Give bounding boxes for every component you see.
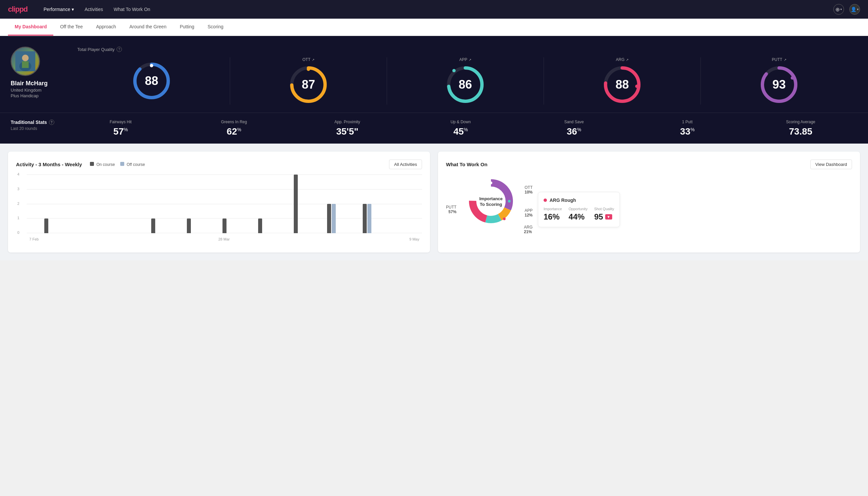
tab-approach[interactable]: Approach [89,19,123,36]
score-label-arg: ARG ↗ [616,57,629,62]
arg-dot-icon [543,199,547,202]
legend-on-course: On course [90,162,115,167]
stat-sand-save: Sand Save 36% [517,120,631,137]
chart-legend: On course Off course [90,162,145,167]
score-card-putt: PUTT ↗ 93 [701,57,857,105]
arrow-icon: ↗ [312,58,314,62]
svg-point-6 [150,64,153,67]
avatar [11,47,40,76]
bar-off-course [332,204,336,233]
tab-putting[interactable]: Putting [173,19,201,36]
score-cards: 88 OTT ↗ 87 [77,57,857,105]
bar-stack [136,218,170,233]
stats-bar: Traditional Stats ? Last 20 rounds Fairw… [0,113,868,143]
donut-label-ott: OTT 10% [525,185,533,195]
stat-value-sandsave: 36% [567,126,581,137]
shot-quality-badge: ▼ [605,214,612,219]
arg-metrics: Importance 16% Opportunity 44% Shot Qual… [543,207,614,221]
stats-items: Fairways Hit 57% Greens In Reg 62% App. … [64,120,857,137]
tab-off-the-tee[interactable]: Off the Tee [53,19,89,36]
score-value-overall: 88 [145,74,158,88]
activity-panel: Activity - 3 Months - Weekly On course O… [8,152,430,252]
donut-label-arg: ARG 21% [524,225,533,234]
bar-on-course [222,218,226,233]
score-card-arg: ARG ↗ 88 [544,57,701,105]
user-avatar[interactable]: 👤 ▾ [849,4,860,15]
bar-off-course [367,204,372,233]
stat-scoring-average: Scoring Average 73.85 [744,120,857,137]
activity-title: Activity - 3 Months - Weekly [16,161,82,167]
score-label-app: APP ↗ [459,57,471,62]
score-card-app: APP ↗ 86 [387,57,544,105]
bar-stack [314,204,348,233]
bar-stack [207,218,241,233]
player-handicap: Plus Handicap [11,93,38,98]
score-card-ott: OTT ↗ 87 [230,57,387,105]
logo[interactable]: clippd [8,5,28,14]
wtwo-panel-header: What To Work On View Dashboard [446,159,852,169]
x-labels: 7 Feb 28 Mar 9 May [27,237,422,241]
donut-container: Importance To Scoring [466,176,516,228]
nav-right: ⊕ ▾ 👤 ▾ [833,4,860,15]
bar-stack [243,218,277,233]
ring-app: 86 [445,65,485,105]
what-to-work-on-panel: What To Work On View Dashboard PUTT 57% [438,152,860,252]
bar-group [207,218,241,233]
plus-icon: ⊕ [835,6,840,13]
player-name: Blair McHarg [11,80,48,87]
donut-wrapper: PUTT 57% [446,174,533,245]
svg-point-12 [452,69,456,72]
svg-point-15 [635,84,638,88]
nav-what-to-work-on[interactable]: What To Work On [114,7,150,12]
stat-value-scoring: 73.85 [789,126,812,137]
nav-performance[interactable]: Performance ▾ [44,7,74,12]
arrow-icon-arg: ↗ [626,58,629,62]
bar-stack [100,233,134,233]
activity-header-left: Activity - 3 Months - Weekly On course O… [16,161,145,167]
scores-area: Total Player Quality ? 88 [77,47,857,105]
arg-importance: Importance 16% [543,207,562,221]
hero-section: Blair McHarg United Kingdom Plus Handica… [0,36,868,113]
all-activities-button[interactable]: All Activities [389,159,422,169]
bar-group [243,218,277,233]
tpq-label: Total Player Quality ? [77,47,857,52]
traditional-stats-label: Traditional Stats ? [11,120,64,125]
bar-stack [350,204,384,233]
stat-up-and-down: Up & Down 45% [404,120,517,137]
bar-group [314,204,348,233]
stat-value-oneputt: 33% [680,126,695,137]
bar-group [279,174,312,233]
bottom-panels: Activity - 3 Months - Weekly On course O… [0,143,868,261]
svg-point-23 [490,182,492,184]
score-label-ott: OTT ↗ [302,57,314,62]
user-icon: 👤 [851,7,856,12]
player-info: Blair McHarg United Kingdom Plus Handica… [11,47,77,98]
avatar-image [15,51,35,71]
stats-label-area: Traditional Stats ? Last 20 rounds [11,120,64,131]
arg-card: ARG Rough Importance 16% Opportunity 44%… [538,192,620,227]
help-icon[interactable]: ? [116,47,122,52]
arg-opportunity: Opportunity 44% [569,207,587,221]
activity-panel-header: Activity - 3 Months - Weekly On course O… [16,159,422,169]
add-button[interactable]: ⊕ ▾ [833,4,844,15]
tab-my-dashboard[interactable]: My Dashboard [8,19,53,36]
arrow-icon-putt: ↗ [784,58,786,62]
arg-card-title: ARG Rough [543,198,614,203]
tab-around-the-green[interactable]: Around the Green [123,19,173,36]
bars-container [27,174,422,233]
score-card-overall: 88 [77,57,230,105]
nav-activities[interactable]: Activities [84,7,103,12]
donut-label-putt: PUTT 57% [446,205,456,214]
chevron-down-icon: ▾ [857,7,859,11]
tab-scoring[interactable]: Scoring [201,19,230,36]
donut-label-app: APP 12% [525,208,533,218]
bar-stack [65,233,99,233]
off-course-dot [120,162,124,166]
ring-ott: 87 [288,65,328,105]
view-dashboard-button[interactable]: View Dashboard [810,159,852,169]
bar-on-course [294,174,298,233]
player-country: United Kingdom [11,88,42,93]
stats-help-icon[interactable]: ? [49,120,54,125]
bar-on-course [151,218,155,233]
ring-overall: 88 [131,61,172,101]
